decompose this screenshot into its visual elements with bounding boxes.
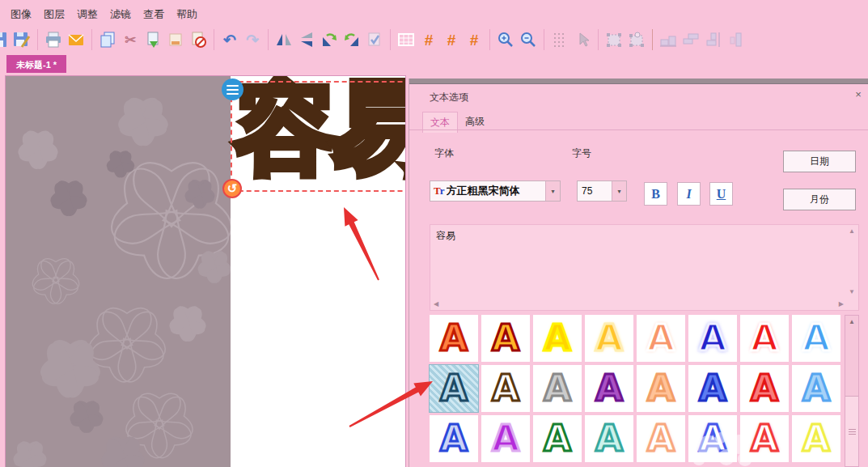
letter-style-r3c7[interactable]: A xyxy=(740,415,789,462)
letter-style-r3c2[interactable]: A xyxy=(481,415,530,462)
style-letter: A xyxy=(699,371,726,406)
toolbar-separator xyxy=(214,29,214,50)
close-icon[interactable]: × xyxy=(853,88,864,100)
menu-item-image[interactable]: 图像 xyxy=(11,7,32,22)
undo-icon[interactable]: ↶ xyxy=(219,29,240,50)
scroll-up-icon[interactable]: ▲ xyxy=(845,316,858,328)
bold-button[interactable]: B xyxy=(644,182,667,206)
zoom-in-icon[interactable] xyxy=(495,29,516,50)
style-letter: A xyxy=(751,371,778,406)
cut-icon[interactable]: ✂ xyxy=(120,29,141,50)
letter-style-r1c3[interactable]: A xyxy=(533,315,582,362)
text-content-area[interactable]: 容易 ▲ ▼ ◀ ▶ xyxy=(430,224,859,311)
letter-style-r2c5[interactable]: A xyxy=(637,365,685,412)
menu-item-layer[interactable]: 图层 xyxy=(44,7,65,22)
letter-style-r2c4[interactable]: A xyxy=(585,365,633,412)
text-menu-handle-icon[interactable] xyxy=(222,79,243,100)
scroll-left-icon[interactable]: ◀ xyxy=(434,301,438,308)
selection-bounds-icon[interactable] xyxy=(603,29,625,50)
rotate-right-icon[interactable] xyxy=(341,29,362,50)
text-selection-box[interactable] xyxy=(231,81,405,192)
save-as-icon[interactable] xyxy=(11,29,32,50)
menu-item-filter[interactable]: 滤镜 xyxy=(110,7,131,22)
italic-button[interactable]: I xyxy=(677,182,701,206)
toolbar-separator xyxy=(652,29,653,50)
align-bottom-icon[interactable] xyxy=(658,29,679,50)
document-tab[interactable]: 未标题-1 * xyxy=(6,55,66,73)
menu-item-adjust[interactable]: 调整 xyxy=(77,7,98,22)
save-icon[interactable] xyxy=(0,29,10,50)
canvas[interactable]: 容易 ↺ xyxy=(6,76,405,467)
grid-snap-3-icon[interactable]: # xyxy=(464,29,485,50)
underline-button[interactable]: U xyxy=(709,182,733,206)
letter-style-r2c2[interactable]: A xyxy=(481,365,530,412)
panel-title: 文本选项 xyxy=(430,91,468,104)
rotate-handle-icon[interactable]: ↺ xyxy=(222,179,242,198)
letter-style-r1c1[interactable]: A xyxy=(430,315,478,362)
rotate-left-icon[interactable] xyxy=(319,29,340,50)
toolbar-separator xyxy=(91,29,92,50)
grid-snap-1-icon[interactable]: # xyxy=(418,29,439,50)
pointer-icon[interactable] xyxy=(572,29,593,50)
zoom-out-icon[interactable] xyxy=(518,29,539,50)
paste-icon[interactable] xyxy=(142,29,163,50)
letter-style-r3c5[interactable]: A xyxy=(637,415,685,462)
letter-style-r2c7[interactable]: A xyxy=(740,365,789,412)
toolbar-separator xyxy=(544,29,544,50)
chevron-down-icon[interactable]: ▾ xyxy=(612,181,626,201)
image-frame-icon[interactable] xyxy=(165,29,186,50)
letter-style-r3c4[interactable]: A xyxy=(585,415,633,462)
size-label: 字号 xyxy=(572,146,591,160)
letter-style-r3c8[interactable]: A xyxy=(792,415,840,462)
align-middle-icon[interactable] xyxy=(680,29,701,50)
style-letter: A xyxy=(751,321,778,356)
letter-style-r1c6[interactable]: A xyxy=(688,315,737,362)
letter-style-r1c2[interactable]: A xyxy=(481,315,530,362)
letter-style-r1c7[interactable]: A xyxy=(740,315,789,362)
delete-icon[interactable] xyxy=(188,29,209,50)
redo-icon[interactable]: ↷ xyxy=(242,29,263,50)
letter-style-r2c6[interactable]: A xyxy=(688,365,737,412)
letter-style-r3c3[interactable]: A xyxy=(533,415,582,462)
align-right-icon[interactable] xyxy=(703,29,724,50)
font-size-select[interactable]: 75 ▾ xyxy=(577,180,627,202)
font-size-value: 75 xyxy=(578,185,612,197)
print-icon[interactable] xyxy=(43,29,64,50)
letter-style-r1c8[interactable]: A xyxy=(792,315,840,362)
scroll-up-icon[interactable]: ▲ xyxy=(849,228,855,235)
menu-item-help[interactable]: 帮助 xyxy=(176,7,197,22)
apply-check-icon[interactable] xyxy=(364,29,385,50)
align-left-icon[interactable] xyxy=(726,29,747,50)
scroll-down-icon[interactable]: ▼ xyxy=(849,289,855,295)
email-icon[interactable] xyxy=(66,29,87,50)
letter-style-r3c1[interactable]: A xyxy=(430,415,478,462)
pattern-dots-icon[interactable] xyxy=(549,29,570,50)
menu-item-view[interactable]: 查看 xyxy=(143,7,164,22)
toolbar-separator xyxy=(489,29,490,50)
grid-snap-2-icon[interactable]: # xyxy=(441,29,462,50)
style-letter: A xyxy=(802,321,830,356)
letter-style-r1c4[interactable]: A xyxy=(585,315,633,362)
letter-style-r1c5[interactable]: A xyxy=(637,315,685,362)
letter-style-r3c6[interactable]: A xyxy=(688,415,737,462)
date-button[interactable]: 日期 xyxy=(783,151,856,172)
flip-horizontal-icon[interactable] xyxy=(273,29,294,50)
copy-icon[interactable] xyxy=(97,29,118,50)
style-letter: A xyxy=(492,421,519,456)
font-family-select[interactable]: Tr 方正粗黑宋简体 ▾ xyxy=(430,180,561,202)
style-grid-scrollbar[interactable]: ▲ xyxy=(845,315,859,467)
grid-table-icon[interactable] xyxy=(396,29,417,50)
letter-style-r2c8[interactable]: A xyxy=(792,365,840,412)
style-letter: A xyxy=(647,321,675,356)
toolbar-separator xyxy=(598,29,599,50)
scrollbar-thumb[interactable] xyxy=(845,396,858,466)
style-letter: A xyxy=(544,371,571,406)
letter-style-r2c1[interactable]: A xyxy=(430,365,478,412)
panel-tab-rule xyxy=(409,129,868,130)
month-button[interactable]: 月份 xyxy=(783,189,856,210)
chevron-down-icon[interactable]: ▾ xyxy=(545,181,560,201)
letter-style-r2c3[interactable]: A xyxy=(533,365,582,412)
flip-vertical-icon[interactable] xyxy=(296,29,317,50)
transform-bounds-icon[interactable] xyxy=(626,29,647,50)
scroll-right-icon[interactable]: ▶ xyxy=(839,301,844,308)
